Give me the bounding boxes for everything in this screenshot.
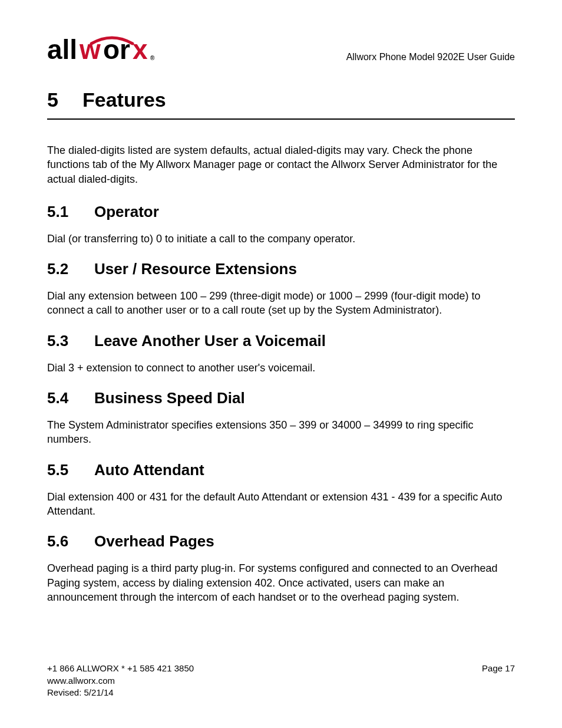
section-body-5-4: The System Administrator specifies exten… — [47, 418, 515, 447]
footer-revised: Revised: 5/21/14 — [47, 687, 515, 699]
section-heading-5-2: 5.2 User / Resource Extensions — [47, 260, 515, 278]
section-number: 5.3 — [47, 332, 94, 350]
intro-paragraph: The dialed-digits listed are system defa… — [47, 143, 515, 186]
section-number: 5.6 — [47, 532, 94, 551]
section-heading-5-5: 5.5 Auto Attendant — [47, 461, 515, 479]
chapter-heading: 5 Features — [47, 88, 515, 120]
footer-page: Page 17 — [482, 663, 515, 674]
chapter-title: Features — [82, 88, 166, 111]
svg-text:®: ® — [150, 55, 155, 61]
section-title: Auto Attendant — [94, 461, 204, 479]
footer-phone: +1 866 ALLWORX * +1 585 421 3850 — [47, 663, 194, 674]
chapter-number: 5 — [47, 88, 82, 111]
doc-title: Allworx Phone Model 9202E User Guide — [346, 52, 515, 65]
section-title: Business Speed Dial — [94, 389, 245, 407]
section-body-5-2: Dial any extension between 100 – 299 (th… — [47, 289, 515, 318]
section-heading-5-3: 5.3 Leave Another User a Voicemail — [47, 332, 515, 350]
section-title: Overhead Pages — [94, 532, 214, 551]
allworx-logo: all w or x ® — [47, 35, 183, 65]
section-body-5-3: Dial 3 + extension to connect to another… — [47, 361, 515, 375]
svg-text:or: or — [103, 35, 130, 65]
section-title: Leave Another User a Voicemail — [94, 332, 326, 350]
section-heading-5-6: 5.6 Overhead Pages — [47, 532, 515, 551]
section-number: 5.2 — [47, 260, 94, 278]
page-header: all w or x ® Allworx Phone Model 9202E U… — [47, 35, 515, 65]
section-body-5-6: Overhead paging is a third party plug-in… — [47, 561, 515, 604]
svg-text:all: all — [47, 35, 77, 65]
section-number: 5.4 — [47, 389, 94, 407]
section-number: 5.5 — [47, 461, 94, 479]
page-footer: +1 866 ALLWORX * +1 585 421 3850 Page 17… — [47, 663, 515, 699]
section-heading-5-1: 5.1 Operator — [47, 203, 515, 221]
section-title: User / Resource Extensions — [94, 260, 297, 278]
section-body-5-1: Dial (or transferring to) 0 to initiate … — [47, 232, 515, 246]
section-heading-5-4: 5.4 Business Speed Dial — [47, 389, 515, 407]
section-title: Operator — [94, 203, 159, 221]
section-body-5-5: Dial extension 400 or 431 for the defaul… — [47, 490, 515, 519]
footer-website: www.allworx.com — [47, 675, 515, 687]
section-number: 5.1 — [47, 203, 94, 221]
svg-text:x: x — [133, 35, 148, 65]
